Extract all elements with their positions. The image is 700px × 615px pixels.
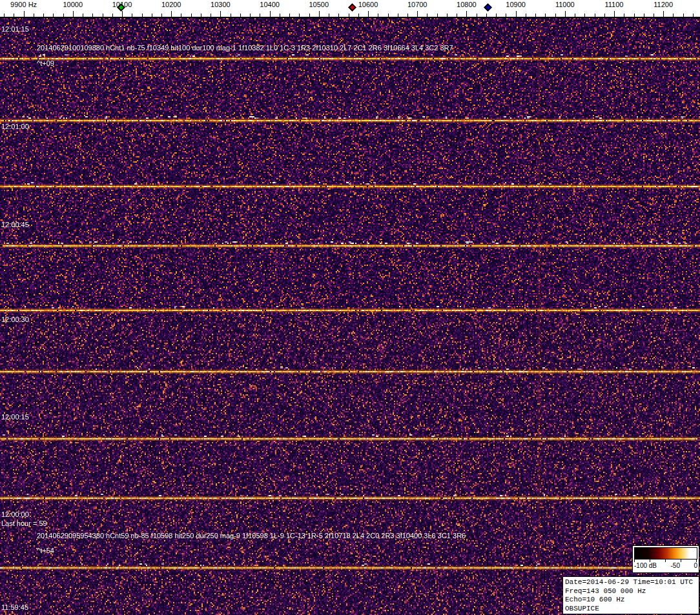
ruler-tick xyxy=(132,14,132,17)
freq-label: 10000 xyxy=(63,1,83,8)
ruler-tick xyxy=(161,14,162,17)
scale-label-mid: -50 xyxy=(671,562,680,570)
ruler-tick xyxy=(378,14,378,17)
ruler-tick xyxy=(329,14,329,17)
ruler-tick xyxy=(575,14,575,17)
info-echo-line: Echo=10 600 Hz xyxy=(565,596,697,605)
ruler-tick xyxy=(191,14,192,17)
ruler-tick xyxy=(112,14,113,17)
freq-label: 10400 xyxy=(260,1,280,8)
freq-label: 10800 xyxy=(457,1,477,8)
ruler-tick xyxy=(398,14,398,17)
spectrogram-canvas xyxy=(0,18,700,615)
ruler-tick xyxy=(654,14,654,17)
ruler-tick xyxy=(673,14,674,17)
ruler-tick xyxy=(634,14,635,17)
ruler-tick xyxy=(388,14,389,17)
ruler-tick xyxy=(447,14,448,17)
ruler-tick xyxy=(122,11,123,17)
marker-diamond-blue[interactable] xyxy=(484,3,492,12)
ruler-tick xyxy=(624,14,624,17)
ruler-tick xyxy=(486,14,487,17)
ruler-tick xyxy=(614,11,615,17)
info-station-line: OBSUPICE xyxy=(565,605,697,614)
freq-label: 9900 Hz xyxy=(10,1,37,8)
ruler-tick xyxy=(338,14,339,17)
ruler-tick xyxy=(565,11,566,17)
ruler-tick xyxy=(53,14,54,17)
ruler-tick xyxy=(63,14,64,17)
meteor-observation-window: 9900 Hz100001010010200103001040010500106… xyxy=(0,0,700,615)
ruler-tick xyxy=(152,14,152,17)
freq-label: 11000 xyxy=(555,1,575,8)
freq-label: 11100 xyxy=(605,1,624,8)
ruler-tick xyxy=(211,14,211,17)
frequency-ruler: 9900 Hz100001010010200103001040010500106… xyxy=(0,0,700,18)
freq-label: 10600 xyxy=(358,1,378,8)
scale-label-max: 0 xyxy=(694,562,697,570)
ruler-tick xyxy=(496,14,497,17)
scale-label-min: -100 dB xyxy=(634,562,657,570)
freq-label: 10900 xyxy=(506,1,526,8)
ruler-tick xyxy=(407,14,408,17)
ruler-tick xyxy=(535,14,536,17)
ruler-tick xyxy=(299,14,300,17)
ruler-tick xyxy=(644,14,644,17)
ruler-tick xyxy=(477,14,477,17)
ruler-tick xyxy=(663,11,664,17)
ruler-tick xyxy=(584,14,585,17)
ruler-tick xyxy=(260,14,260,17)
ruler-tick xyxy=(4,14,5,17)
ruler-tick xyxy=(142,14,143,17)
info-box: Date=2014-06-29 Time=10:01 UTC Freq=143 … xyxy=(562,576,699,614)
ruler-tick xyxy=(181,14,181,17)
ruler-tick xyxy=(43,14,44,17)
freq-label: 10700 xyxy=(407,1,427,8)
ruler-tick xyxy=(83,14,83,17)
ruler-tick xyxy=(604,14,605,17)
ruler-tick xyxy=(270,11,271,17)
ruler-tick xyxy=(417,11,418,17)
freq-label: 10200 xyxy=(161,1,181,8)
info-date-line: Date=2014-06-29 Time=10:01 UTC xyxy=(565,578,697,587)
ruler-tick xyxy=(595,14,595,17)
ruler-tick xyxy=(319,11,320,17)
ruler-tick xyxy=(289,14,290,17)
ruler-tick xyxy=(506,14,506,17)
ruler-tick xyxy=(240,14,241,17)
ruler-tick xyxy=(526,14,526,17)
ruler-tick xyxy=(103,14,103,17)
ruler-tick xyxy=(220,11,221,17)
freq-label: 11200 xyxy=(654,1,673,8)
ruler-tick xyxy=(466,11,467,17)
ruler-tick xyxy=(250,14,251,17)
ruler-tick xyxy=(34,14,34,17)
ruler-tick xyxy=(24,11,25,17)
ruler-tick xyxy=(427,14,427,17)
freq-label: 10500 xyxy=(309,1,329,8)
ruler-tick xyxy=(201,14,201,17)
ruler-tick xyxy=(14,14,14,17)
ruler-tick xyxy=(171,11,172,17)
ruler-tick xyxy=(545,14,546,17)
ruler-tick xyxy=(368,11,369,17)
ruler-tick xyxy=(92,14,93,17)
ruler-tick xyxy=(309,14,310,17)
ruler-tick xyxy=(349,14,349,17)
ruler-tick xyxy=(437,14,438,17)
ruler-tick xyxy=(231,14,231,17)
colormap-labels: -100 dB -50 0 xyxy=(634,562,697,570)
ruler-tick xyxy=(693,14,694,17)
marker-diamond-red[interactable] xyxy=(348,3,356,12)
ruler-tick xyxy=(457,14,457,17)
ruler-tick xyxy=(280,14,280,17)
ruler-tick xyxy=(683,14,684,17)
ruler-tick xyxy=(358,14,359,17)
colormap-scale: -100 dB -50 0 xyxy=(632,545,699,573)
ruler-tick xyxy=(73,11,74,17)
freq-label: 10300 xyxy=(211,1,231,8)
ruler-tick xyxy=(555,14,556,17)
ruler-tick xyxy=(516,11,517,17)
info-freq-line: Freq=143 050 000 Hz xyxy=(565,587,697,596)
colormap-gradient-bar xyxy=(634,547,697,560)
